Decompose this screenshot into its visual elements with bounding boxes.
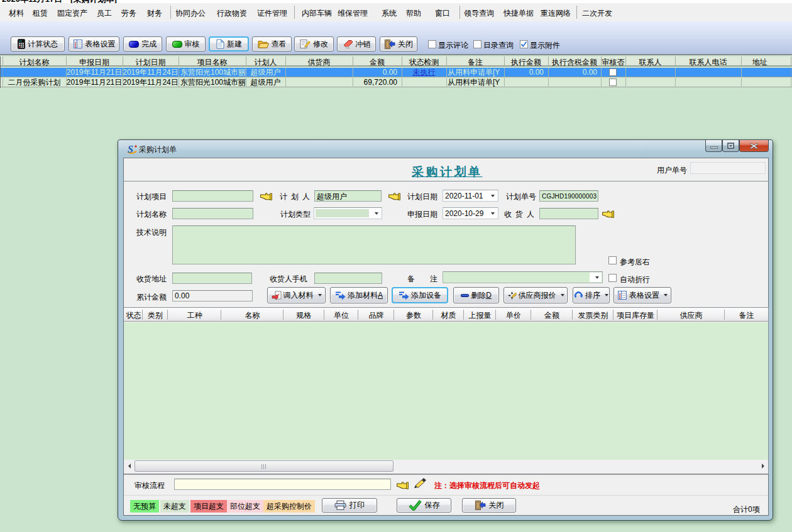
svg-text:S: S [128,144,133,155]
